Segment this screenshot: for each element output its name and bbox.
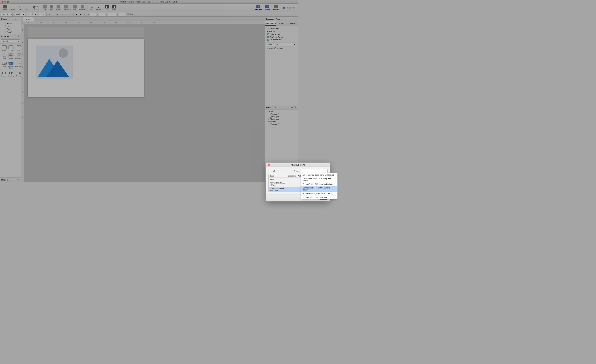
col-condition: Condition (287, 174, 297, 178)
adaptive-views-modal: Adaptive Views + × Presets ▼ (266, 163, 298, 182)
modal-title: Adaptive Views (291, 164, 298, 166)
presets-section: Presets ▼ Large Display (1200 x any and … (294, 169, 298, 173)
modal-overlay[interactable]: Adaptive Views + × Presets ▼ (0, 0, 298, 182)
col-name: Name (268, 174, 287, 178)
modal-copy-button[interactable] (272, 169, 276, 173)
modal-delete-button[interactable]: × (276, 169, 279, 173)
modal-body: + × Presets ▼ Large (266, 167, 298, 182)
table-row-base[interactable]: Base (268, 178, 298, 181)
row-base-name: Base (268, 178, 287, 181)
col-width: Width (297, 174, 298, 178)
modal-add-button[interactable]: + (268, 169, 272, 173)
table-body: Base Portrait Tablet (768 x any and (268, 178, 298, 182)
svg-rect-45 (273, 170, 274, 172)
row-base-width (297, 178, 298, 181)
row-base-condition (287, 178, 297, 181)
modal-titlebar: Adaptive Views (266, 163, 298, 167)
table-head: Name Condition Width Height Inherit from (268, 174, 298, 178)
adaptive-views-table: Name Condition Width Height Inherit from… (268, 174, 298, 182)
modal-table-container: Name Condition Width Height Inherit from… (268, 174, 298, 182)
row-portrait-tablet-name: Portrait Tablet (768 x any and (268, 181, 287, 182)
modal-close-button[interactable] (268, 164, 270, 166)
presets-label: Presets (294, 170, 298, 172)
modal-toolbar: + × Presets ▼ Large (268, 169, 298, 173)
row-portrait-tablet-condition (287, 181, 297, 182)
copy-icon (273, 170, 275, 172)
table-row-portrait-tablet[interactable]: Portrait Tablet (768 x any and (268, 181, 298, 182)
row-portrait-tablet-width (297, 181, 298, 182)
table-header-row: Name Condition Width Height Inherit from (268, 174, 298, 178)
